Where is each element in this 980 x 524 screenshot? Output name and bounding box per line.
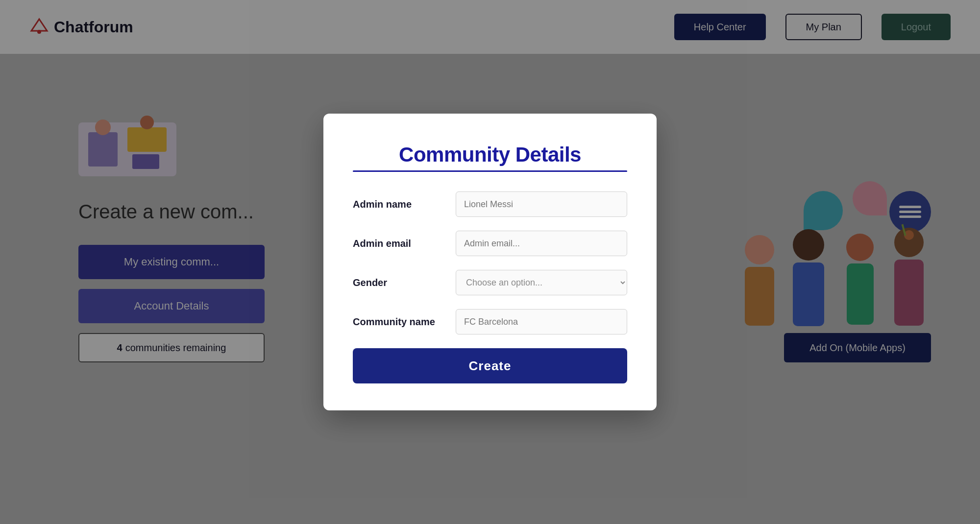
admin-email-row: Admin email: [353, 231, 627, 256]
community-name-label: Community name: [353, 316, 456, 328]
community-name-row: Community name: [353, 309, 627, 334]
gender-label: Gender: [353, 277, 456, 288]
admin-name-row: Admin name: [353, 191, 627, 217]
gender-select[interactable]: Choose an option... Male Female Other Pr…: [456, 270, 627, 295]
admin-name-input[interactable]: [456, 191, 627, 217]
admin-email-input[interactable]: [456, 231, 627, 256]
modal-title-underline: [353, 170, 627, 172]
modal-title: Community Details: [353, 143, 627, 167]
create-button[interactable]: Create: [353, 348, 627, 383]
admin-name-label: Admin name: [353, 199, 456, 210]
community-details-modal: Community Details Admin name Admin email…: [323, 114, 657, 410]
admin-email-label: Admin email: [353, 238, 456, 249]
community-name-input[interactable]: [456, 309, 627, 334]
gender-row: Gender Choose an option... Male Female O…: [353, 270, 627, 295]
